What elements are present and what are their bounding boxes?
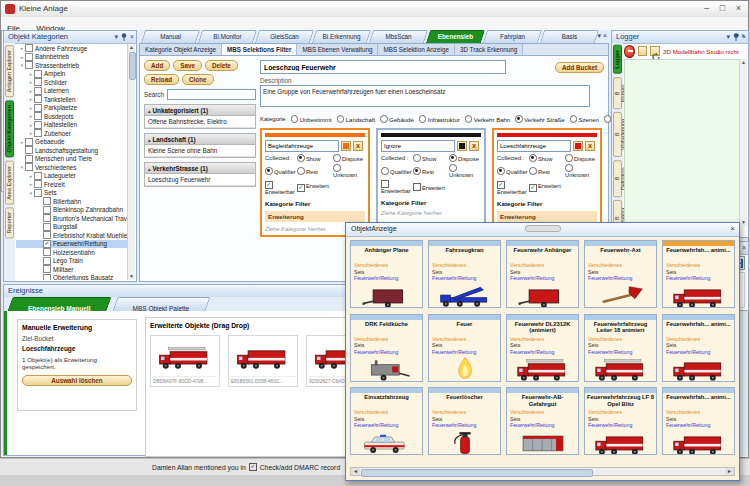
subtab-kategorie-objekt-anzeige[interactable]: Kategorie Objekt Anzeige <box>140 44 222 55</box>
tree-checkbox[interactable] <box>34 95 42 103</box>
bucket-checkbox[interactable]: Erweiterbar <box>381 180 413 194</box>
tree-item[interactable]: ·Burgstall <box>16 223 128 232</box>
bucket-option[interactable]: Dispose <box>565 154 595 162</box>
bucket-checkbox[interactable]: ✓Erweiterbar <box>265 180 297 195</box>
maximize-button[interactable]: □ <box>715 3 730 14</box>
bucket-close-button[interactable]: X <box>353 141 363 151</box>
scroll-right-icon[interactable]: ► <box>725 468 734 475</box>
tab-manual[interactable]: Manual <box>143 30 198 43</box>
object-tag[interactable]: Feuerwehr/Rettung <box>354 275 419 282</box>
erweiterung-section[interactable]: Erweiterung <box>265 211 365 222</box>
description-textarea[interactable]: Eine Gruppe von Feuerwehrfahrzeugen fuer… <box>260 85 590 107</box>
bucket-option[interactable]: Rest <box>413 167 449 175</box>
subtab-3d-track-erkennung[interactable]: 3D Track Erkennung <box>455 44 523 55</box>
tab-bi-erkennung[interactable]: Bi.Erkennung <box>314 30 369 43</box>
minimize-button[interactable]: – <box>699 3 714 14</box>
tree-item[interactable]: ·Menschen und Tiere <box>16 155 128 164</box>
object-tag[interactable]: Feuerwehr/Rettung <box>666 422 731 429</box>
tree-item[interactable]: ▸Laternen <box>16 87 128 96</box>
chevron-down-icon[interactable]: ▾ <box>114 32 118 41</box>
vertical-tab-objekt-kategorien[interactable]: Objekt Kategorien <box>5 100 14 157</box>
tree-item[interactable]: ·Lego Train <box>16 257 128 266</box>
kategorie-option[interactable]: Landschaft <box>337 115 375 123</box>
bucket-checkbox[interactable]: Erweitert <box>413 183 445 191</box>
tree-checkbox[interactable] <box>34 121 42 129</box>
filter-list-item[interactable]: Offene Bahnstrecke, Elektro <box>145 116 255 128</box>
tree-item[interactable]: ▾Strassenbetrieb <box>16 61 128 70</box>
kategorie-option[interactable]: Gebäude <box>380 115 414 123</box>
bucket-name-input[interactable] <box>381 140 455 152</box>
tab-ebenensieb[interactable]: Ebenensieb <box>428 30 483 43</box>
bucket-close-button[interactable]: X <box>585 141 595 151</box>
bucket-option[interactable]: Unknown <box>449 164 481 178</box>
reload-button[interactable]: Reload <box>144 74 179 85</box>
tree-item[interactable]: ·Militaer <box>16 265 128 274</box>
tree-item[interactable]: ·Landschaftsgestaltung <box>16 146 128 155</box>
object-tag[interactable]: Feuerwehr/Rettung <box>432 275 497 282</box>
tree-checkbox[interactable] <box>25 146 33 154</box>
add-bucket-button[interactable]: Add Bucket <box>555 62 604 73</box>
tree-checkbox[interactable] <box>34 129 42 137</box>
filter-group-header[interactable]: ▴Unkategorisiert (1) <box>145 105 255 116</box>
bucket-option[interactable]: Qualifier <box>265 167 297 175</box>
tab-basis[interactable]: Basis <box>542 30 597 43</box>
bucket-option[interactable]: Qualifier <box>381 167 413 175</box>
close-icon[interactable]: × <box>742 243 746 252</box>
bucket-option[interactable]: Rest <box>529 167 565 175</box>
scroll-left-icon[interactable]: ◄ <box>351 468 360 475</box>
bucket-color-button[interactable] <box>457 141 467 151</box>
tree-checkbox[interactable] <box>25 61 33 69</box>
tree-checkbox[interactable] <box>43 257 51 265</box>
object-card[interactable]: Feuerwehrfahrzeug Leiter 18 animiertVers… <box>584 314 657 382</box>
object-card[interactable]: FeuerlöscherVerschiedenesSetsFeuerwehr/R… <box>428 387 501 455</box>
vertical-tab-reporter[interactable]: Reporter <box>5 207 14 238</box>
tree-item[interactable]: ▸Zubehoer <box>16 129 128 138</box>
tree-checkbox[interactable] <box>34 180 42 188</box>
object-tag[interactable]: Feuerwehr/Rettung <box>666 349 731 356</box>
tab-bi-monitor[interactable]: Bi.Monitor <box>200 30 255 43</box>
object-card[interactable]: FahrzeugkranVerschiedenesSetsFeuerwehr/R… <box>428 240 501 308</box>
tree-checkbox[interactable] <box>34 112 42 120</box>
tab-mbs-objekt-palette[interactable]: MBS Objekt Palette <box>115 297 208 311</box>
object-tag[interactable]: Feuerwehr/Rettung <box>432 422 497 429</box>
tree-checkbox[interactable] <box>34 78 42 86</box>
kategorie-option[interactable]: Verkehr Bahn <box>465 115 510 123</box>
horizontal-scrollbar[interactable]: ◄ ► <box>350 467 735 476</box>
tree-checkbox[interactable] <box>25 163 33 171</box>
scroll-down-icon[interactable]: ▼ <box>740 219 747 226</box>
filter-group-header[interactable]: ▴VerkehrStrasse (1) <box>145 163 255 174</box>
object-tag[interactable]: Feuerwehr/Rettung <box>666 275 731 282</box>
tree-checkbox[interactable] <box>34 87 42 95</box>
tab-gleisscan[interactable]: GleisScan <box>257 30 312 43</box>
filter-group-header[interactable]: ▴Landschaft (1) <box>145 134 255 145</box>
close-icon[interactable]: × <box>730 224 735 233</box>
tree-checkbox[interactable] <box>25 53 33 61</box>
scroll-up-icon[interactable]: ▲ <box>128 44 135 51</box>
close-icon[interactable]: × <box>130 32 134 41</box>
object-tag[interactable]: Feuerwehr/Rettung <box>510 422 575 429</box>
object-tag[interactable]: Feuerwehr/Rettung <box>432 349 497 356</box>
object-card[interactable]: Feuerwehrfah... animi...VerschiedenesSet… <box>662 387 735 455</box>
bucket-close-button[interactable]: X <box>469 141 479 151</box>
objektanzeige-title-bar[interactable]: ObjektAnzeige × <box>346 223 739 237</box>
extended-object-card[interactable]: DBD8A97F-80DD-47d8... <box>150 335 220 387</box>
tree-item[interactable]: ·Billerbahn <box>16 197 128 206</box>
tree-item[interactable]: ·✓Feuerwehr/Rettung <box>16 240 128 249</box>
add-button[interactable]: Add <box>144 60 170 71</box>
tree-item[interactable]: ·Blenkinsop Zahnradbahn <box>16 206 128 215</box>
tree-checkbox[interactable] <box>43 265 51 273</box>
subtab-mbs-ebenen-verwaltung[interactable]: MBS Ebenen Verwaltung <box>297 44 378 55</box>
tree-checkbox[interactable] <box>25 138 33 146</box>
tree-checkbox[interactable] <box>43 274 51 280</box>
erweiterung-section[interactable]: Erweiterung <box>497 211 597 222</box>
task-text[interactable]: Check/add DMARC record <box>260 464 340 471</box>
bucket-checkbox[interactable]: ✓Erweitert <box>297 183 329 192</box>
tree-item[interactable]: ·Holzeisenbahn <box>16 248 128 257</box>
object-card[interactable]: FeuerVerschiedenesSetsFeuerwehr/Rettung <box>428 314 501 382</box>
object-tag[interactable]: Feuerwehr/Rettung <box>510 349 575 356</box>
subtab-mbs-selektion-anzeige[interactable]: MBS Selektion Anzeige <box>378 44 454 55</box>
tree-item[interactable]: ▸Gebaeude <box>16 138 128 147</box>
tab-ebenensieb-manuell[interactable]: Ebenensieb Manuell <box>10 297 109 311</box>
tree-item[interactable]: ▸Andere Fahrzeuge <box>16 44 128 53</box>
bucket-checkbox[interactable]: ✓Erweitert <box>529 183 561 192</box>
